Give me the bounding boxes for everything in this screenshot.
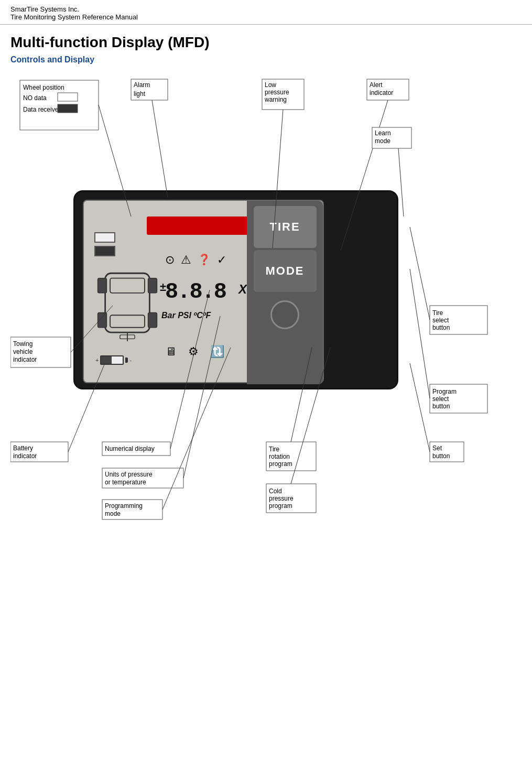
svg-line-67 — [410, 227, 430, 320]
svg-rect-45 — [102, 468, 183, 488]
numeric-display: 8.8.8 — [165, 279, 226, 305]
svg-text:Units of pressure: Units of pressure — [105, 471, 153, 478]
svg-rect-29 — [372, 127, 411, 148]
svg-rect-16 — [131, 79, 168, 100]
svg-rect-49 — [102, 500, 162, 519]
svg-text:light: light — [134, 90, 146, 98]
svg-text:mode: mode — [375, 137, 390, 145]
svg-text:select: select — [432, 395, 449, 403]
svg-text:Set: Set — [432, 445, 442, 452]
tire-select-button[interactable]: TIRE — [254, 206, 317, 248]
wheel-dot-no-data — [94, 232, 115, 243]
wheel-position-area — [94, 232, 115, 256]
bottom-icons-row: 🖥 ⚙ 🔃 — [165, 345, 224, 359]
svg-rect-68 — [430, 384, 487, 413]
icons-row: ⊙ ⚠ ❓ ✓ — [165, 253, 226, 267]
wheel-icon: ⊙ — [165, 253, 175, 267]
svg-rect-3 — [98, 278, 107, 293]
svg-text:Wheel position: Wheel position — [23, 84, 64, 91]
svg-rect-0 — [105, 273, 150, 332]
svg-text:rotation: rotation — [269, 453, 290, 460]
monitor-icon: 🖥 — [165, 345, 177, 359]
svg-rect-12 — [58, 93, 78, 101]
svg-rect-38 — [10, 442, 68, 462]
svg-line-32 — [398, 148, 404, 216]
svg-text:program: program — [269, 502, 292, 510]
svg-text:select: select — [432, 317, 449, 324]
svg-text:Towing: Towing — [13, 340, 32, 348]
svg-rect-5 — [98, 313, 107, 328]
units-text: Bar PSI ºCºF — [161, 311, 211, 320]
svg-rect-63 — [430, 306, 487, 334]
svg-text:or temperature: or temperature — [105, 479, 146, 486]
svg-rect-53 — [266, 442, 316, 471]
checkmark-icon: ✓ — [217, 253, 226, 267]
svg-text:indicator: indicator — [370, 89, 393, 96]
svg-text:program: program — [269, 460, 292, 468]
svg-text:Programming: Programming — [105, 502, 143, 510]
svg-text:mode: mode — [105, 510, 121, 517]
svg-text:warning: warning — [264, 96, 287, 103]
gear-icon: ⚙ — [188, 345, 199, 359]
svg-rect-42 — [102, 442, 170, 456]
svg-text:Alert: Alert — [370, 81, 383, 89]
page-header: SmarTire Systems Inc. Tire Monitoring Sy… — [0, 0, 532, 25]
svg-text:Cold: Cold — [269, 488, 282, 495]
set-button-circle[interactable] — [270, 300, 299, 329]
svg-rect-25 — [367, 79, 409, 100]
svg-rect-58 — [266, 484, 316, 513]
svg-text:pressure: pressure — [269, 495, 294, 502]
mfd-device: + - ⊙ ⚠ ❓ ✓ ± 8.8.8 — [73, 190, 398, 389]
svg-rect-73 — [430, 442, 464, 462]
svg-text:Tire: Tire — [432, 309, 443, 317]
svg-text:vehicle: vehicle — [13, 348, 33, 355]
svg-text:Tire: Tire — [269, 446, 280, 453]
alarm-bar — [147, 216, 252, 235]
svg-text:Low: Low — [265, 81, 276, 89]
svg-rect-33 — [10, 337, 71, 367]
battery-nub — [125, 358, 128, 363]
svg-text:NO data: NO data — [23, 94, 47, 102]
svg-text:button: button — [432, 324, 450, 331]
wheel-dot-data-received — [94, 246, 115, 256]
main-title: Multi-function Display (MFD) — [0, 25, 532, 54]
svg-line-72 — [410, 269, 430, 398]
svg-line-76 — [410, 363, 430, 452]
svg-rect-20 — [262, 79, 304, 110]
svg-text:Numerical display: Numerical display — [105, 445, 155, 452]
svg-rect-1 — [110, 278, 145, 293]
tire-mode-panel: TIRE MODE — [247, 201, 323, 384]
svg-text:indicator: indicator — [13, 356, 37, 363]
svg-text:Program: Program — [432, 388, 457, 395]
svg-text:Alarm: Alarm — [134, 81, 150, 89]
svg-rect-14 — [58, 104, 78, 113]
question-icon: ❓ — [198, 253, 211, 267]
svg-rect-2 — [110, 315, 145, 328]
program-select-button[interactable]: MODE — [254, 250, 317, 292]
car-icon — [93, 258, 161, 342]
svg-text:Battery: Battery — [13, 445, 33, 452]
mfd-screen: + - ⊙ ⚠ ❓ ✓ ± 8.8.8 — [83, 200, 324, 383]
svg-text:Data received: Data received — [23, 106, 62, 113]
svg-text:button: button — [432, 403, 450, 410]
svg-text:Learn: Learn — [375, 129, 391, 137]
header-line1: SmarTire Systems Inc. — [10, 5, 522, 13]
svg-rect-6 — [148, 313, 157, 328]
section-title: Controls and Display — [0, 54, 532, 70]
svg-text:indicator: indicator — [13, 452, 37, 460]
diagram-area: + - ⊙ ⚠ ❓ ✓ ± 8.8.8 — [10, 70, 522, 541]
battery-body — [100, 355, 124, 365]
header-line2: Tire Monitoring System Reference Manual — [10, 13, 522, 21]
svg-rect-4 — [148, 278, 157, 293]
svg-rect-9 — [20, 80, 99, 130]
svg-text:pressure: pressure — [265, 89, 289, 96]
rotation-icon: 🔃 — [210, 345, 224, 359]
x-suffix: X — [238, 282, 247, 297]
svg-line-19 — [152, 100, 168, 198]
svg-text:button: button — [432, 452, 450, 460]
warning-triangle-icon: ⚠ — [181, 253, 191, 267]
battery-display: + - — [95, 355, 132, 365]
